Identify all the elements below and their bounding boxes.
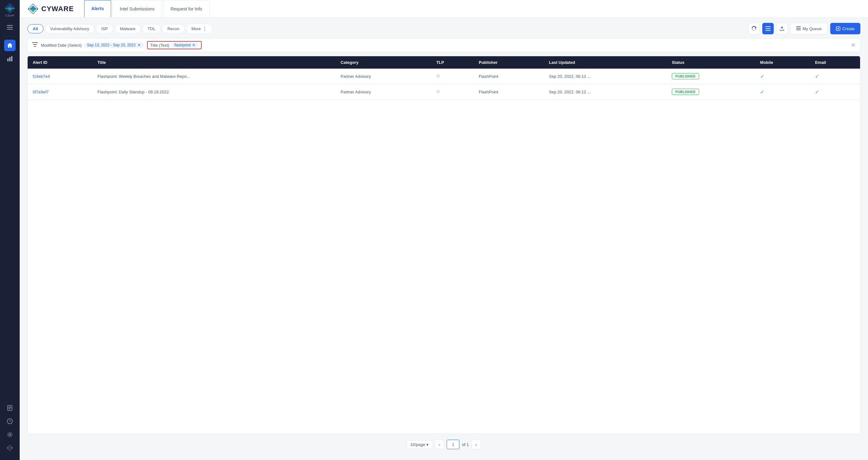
cell-publisher-1: FlashPoint <box>474 84 544 100</box>
col-email: Email <box>810 56 860 68</box>
cell-title-1: Flashpoint: Daily Standup - 09.19.2022 <box>92 84 336 100</box>
date-filter-remove[interactable]: ✕ <box>137 43 141 47</box>
cell-last-updated-0: Sep 20, 2022, 06:12 ... <box>544 68 667 84</box>
cell-alert-id-1: 0f7e9ef7 <box>28 84 92 100</box>
cell-tlp-0 <box>431 68 474 84</box>
col-publisher: Publisher <box>474 56 544 68</box>
cell-alert-id-0: f19eb7e4 <box>28 68 92 84</box>
clear-filters-button[interactable]: ✕ <box>851 41 856 49</box>
filter-tab-all[interactable]: All <box>27 24 43 33</box>
col-alert-id: Alert ID <box>28 56 92 68</box>
svg-rect-28 <box>766 30 771 31</box>
cell-last-updated-1: Sep 20, 2022, 06:12 ... <box>544 84 667 100</box>
svg-rect-8 <box>7 58 8 61</box>
tlp-circle-0 <box>436 74 440 78</box>
content-area: All Vulnerability Advisory ISP Malware T… <box>20 18 868 460</box>
title-filter-remove[interactable]: ✕ <box>192 43 195 47</box>
create-button[interactable]: Create <box>830 23 860 34</box>
table-body: f19eb7e4 Flashpoint: Weekly Breaches and… <box>28 68 860 100</box>
filter-tab-more[interactable]: More ⋮ <box>186 24 213 34</box>
cell-status-0: PUBLISHED <box>667 68 755 84</box>
export-icon <box>779 26 784 31</box>
cyware-brand-icon <box>5 3 15 13</box>
help-icon[interactable]: ? <box>4 415 16 427</box>
per-page-select[interactable]: 10/page ▾ <box>407 440 432 449</box>
col-mobile: Mobile <box>755 56 810 68</box>
list-view-button[interactable] <box>762 23 774 34</box>
filter-tabs-row: All Vulnerability Advisory ISP Malware T… <box>27 23 860 34</box>
col-status: Status <box>667 56 755 68</box>
cell-mobile-1: ✓ <box>755 84 810 100</box>
home-icon[interactable] <box>4 40 16 51</box>
svg-text:?: ? <box>9 420 11 423</box>
cell-publisher-0: FlashPoint <box>474 68 544 84</box>
export-button[interactable] <box>776 23 788 34</box>
filter-tab-vulnerability[interactable]: Vulnerability Advisory <box>45 24 95 33</box>
svg-point-17 <box>9 434 11 435</box>
svg-rect-5 <box>7 25 13 26</box>
active-filters-bar: Modified Date (Select) Sep 13, 2022 - Se… <box>27 38 860 52</box>
per-page-label: 10/page <box>410 442 425 447</box>
toolbar-actions: My Queue Create <box>748 23 860 34</box>
menu-icon[interactable] <box>4 22 16 33</box>
tab-alerts[interactable]: Alerts <box>84 0 112 18</box>
title-filter-label: Title (Text) <box>150 43 169 48</box>
cell-email-0: ✓ <box>810 68 860 84</box>
cyware-logo-bottom-icon[interactable] <box>4 442 16 454</box>
date-filter-chip: Modified Date (Select) Sep 13, 2022 - Se… <box>41 42 144 48</box>
date-filter-value[interactable]: Sep 13, 2022 - Sep 20, 2022 ✕ <box>84 42 144 48</box>
cell-title-0: Flashpoint: Weekly Breaches and Malware … <box>92 68 336 84</box>
cyware-logo-icon <box>27 3 39 15</box>
svg-rect-31 <box>796 30 801 30</box>
filter-tab-recon[interactable]: Recon <box>162 24 185 33</box>
alert-id-link-0[interactable]: f19eb7e4 <box>33 74 50 79</box>
settings-icon[interactable] <box>4 429 16 440</box>
cell-email-1: ✓ <box>810 84 860 100</box>
my-queue-button[interactable]: My Queue <box>790 23 828 34</box>
email-check-1: ✓ <box>815 89 819 95</box>
page-number-input[interactable] <box>447 440 459 449</box>
cell-category-1: Partner Advisory <box>336 84 431 100</box>
tlp-circle-1 <box>436 90 440 93</box>
sidebar-brand-label: CSAP <box>5 14 14 17</box>
cell-status-1: PUBLISHED <box>667 84 755 100</box>
svg-rect-9 <box>9 57 10 61</box>
svg-rect-30 <box>796 28 801 29</box>
alerts-table-container: Alert ID Title Category TLP Publisher La… <box>27 56 860 434</box>
sidebar: CSAP ? <box>0 0 20 460</box>
col-last-updated: Last Updated <box>544 56 667 68</box>
topnav-tabs: Alerts Intel Submissions Request for Inf… <box>84 0 211 18</box>
status-badge-1: PUBLISHED <box>672 89 699 95</box>
filter-tab-malware[interactable]: Malware <box>115 24 141 33</box>
per-page-chevron-icon: ▾ <box>426 442 429 447</box>
topnav: CYWARE Alerts Intel Submissions Request … <box>20 0 868 18</box>
prev-page-button[interactable]: ‹ <box>435 440 444 449</box>
svg-rect-7 <box>7 29 13 30</box>
filter-lines-icon[interactable] <box>32 42 38 48</box>
date-filter-label: Modified Date (Select) <box>41 43 82 48</box>
status-badge-0: PUBLISHED <box>672 73 699 79</box>
col-title: Title <box>92 56 336 68</box>
email-check-0: ✓ <box>815 74 819 79</box>
svg-rect-27 <box>766 28 771 29</box>
list-icon <box>766 26 771 31</box>
refresh-icon <box>751 26 756 31</box>
ellipsis-icon: ⋮ <box>202 26 207 32</box>
filter-tab-tdl[interactable]: TDL <box>142 24 161 33</box>
document-icon[interactable] <box>4 402 16 413</box>
mobile-check-0: ✓ <box>760 74 764 79</box>
table-header-row: Alert ID Title Category TLP Publisher La… <box>28 56 860 68</box>
cell-tlp-1 <box>431 84 474 100</box>
next-page-button[interactable]: › <box>471 440 481 449</box>
alert-id-link-1[interactable]: 0f7e9ef7 <box>33 90 49 94</box>
topnav-logo-text: CYWARE <box>41 5 74 13</box>
svg-rect-26 <box>766 26 771 27</box>
col-tlp: TLP <box>431 56 474 68</box>
refresh-button[interactable] <box>748 23 760 34</box>
title-filter-value[interactable]: flashpoint ✕ <box>171 42 198 48</box>
chart-icon[interactable] <box>4 53 16 64</box>
tab-intel-submissions[interactable]: Intel Submissions <box>113 0 162 18</box>
col-category: Category <box>336 56 431 68</box>
tab-request-for-info[interactable]: Request for Info <box>163 0 210 18</box>
filter-tab-isp[interactable]: ISP <box>96 24 113 33</box>
